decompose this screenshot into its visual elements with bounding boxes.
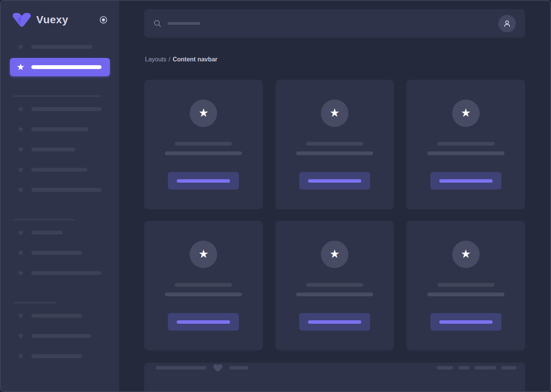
card-subtitle-bar [296, 292, 373, 296]
menu-item-label-bar [31, 127, 89, 131]
card-title-bar [306, 283, 363, 287]
sidebar-menu-item[interactable]: ★ [10, 227, 110, 238]
card-button[interactable] [430, 172, 501, 190]
menu-item-label-bar [31, 231, 63, 235]
star-icon: ★ [16, 228, 25, 237]
menu-item-label-bar [31, 314, 82, 318]
sidebar-menu-item[interactable]: ★ [10, 144, 110, 155]
footer-placeholder-bar [458, 366, 469, 370]
card-subtitle-bar [427, 292, 504, 296]
star-icon: ★ [16, 145, 25, 154]
footer-placeholder-bar [475, 366, 496, 370]
star-icon: ★ [16, 125, 25, 133]
menu-group-header-bar [13, 95, 102, 97]
footer-placeholder-bar [501, 366, 517, 370]
card-button[interactable] [168, 313, 239, 331]
search-icon[interactable] [153, 19, 162, 28]
menu-item-label-bar [31, 107, 102, 111]
menu-group-header-bar [13, 219, 75, 220]
menu-item-label-bar [31, 334, 92, 338]
star-icon: ★ [16, 312, 25, 320]
star-icon: ★ [16, 63, 25, 72]
footer-placeholder-bar [437, 366, 453, 370]
sidebar-menu-item[interactable]: ★ [10, 42, 110, 52]
card-button-label-bar [439, 179, 493, 183]
vuexy-logo-icon [12, 13, 31, 27]
heart-icon[interactable] [213, 363, 223, 372]
card-button-label-bar [308, 320, 361, 324]
main-content: Layouts/Content navbar ★ ★ ★ [119, 1, 550, 391]
star-icon: ★ [16, 352, 25, 360]
sidebar-menu-item[interactable]: ★ [10, 351, 110, 361]
card-avatar-circle: ★ [190, 100, 217, 127]
breadcrumb-parent[interactable]: Layouts [145, 56, 166, 63]
footer-card [144, 363, 525, 392]
menu-group: ★★★★★ [10, 95, 110, 195]
radio-circle-icon[interactable] [99, 16, 108, 24]
card-button[interactable] [299, 172, 370, 190]
app-window: Vuexy ★★★★★★★★★★★★★ [0, 0, 551, 392]
sidebar-menu-item[interactable]: ★ [10, 164, 110, 175]
sidebar-menu-item[interactable]: ★ [10, 104, 110, 114]
footer-placeholder-bar [156, 366, 206, 370]
card-title-bar [175, 283, 232, 287]
star-icon: ★ [198, 248, 209, 261]
card-title-bar [306, 142, 363, 146]
cards-grid: ★ ★ ★ ★ [144, 80, 525, 350]
top-navbar [144, 9, 525, 38]
menu-group: ★★★ [10, 302, 110, 361]
menu-group: ★★★ [10, 219, 110, 278]
breadcrumb-separator: / [169, 56, 170, 63]
star-card: ★ [276, 80, 394, 209]
sidebar-menu-item[interactable]: ★ [10, 310, 110, 321]
sidebar-menu-item-active[interactable]: ★ [10, 58, 110, 76]
star-card: ★ [406, 80, 525, 209]
sidebar-menu-item[interactable]: ★ [10, 185, 110, 195]
menu-group-header-bar [13, 302, 56, 304]
card-button-label-bar [177, 179, 230, 183]
card-avatar-circle: ★ [452, 241, 480, 268]
card-avatar-circle: ★ [321, 100, 348, 127]
star-card: ★ [406, 221, 525, 350]
sidebar-menu-item[interactable]: ★ [10, 331, 110, 341]
star-card: ★ [144, 221, 263, 350]
card-button-label-bar [308, 179, 361, 183]
card-title-bar [175, 142, 232, 146]
star-icon: ★ [16, 332, 25, 340]
menu-item-label-bar [31, 148, 76, 151]
star-icon: ★ [330, 107, 340, 120]
sidebar-menu-item[interactable]: ★ [10, 247, 110, 258]
card-button[interactable] [299, 313, 370, 331]
menu-group: ★★ [10, 42, 110, 76]
card-button-label-bar [439, 320, 493, 324]
star-icon: ★ [16, 165, 25, 174]
search-input-placeholder[interactable] [168, 22, 200, 25]
sidebar-header: Vuexy [1, 1, 119, 39]
star-card: ★ [276, 221, 394, 350]
menu-item-label-bar [31, 271, 102, 275]
card-subtitle-bar [427, 151, 504, 155]
user-avatar[interactable] [498, 15, 516, 32]
sidebar-menu-item[interactable]: ★ [10, 124, 110, 135]
card-title-bar [437, 142, 495, 146]
card-button-label-bar [177, 320, 230, 324]
card-avatar-circle: ★ [321, 241, 348, 268]
star-icon: ★ [16, 105, 25, 113]
footer-placeholder-bar [229, 366, 248, 370]
menu-item-label-bar [31, 251, 82, 255]
breadcrumb-current: Content navbar [173, 56, 218, 63]
star-icon: ★ [330, 248, 340, 261]
star-icon: ★ [198, 107, 209, 120]
card-button[interactable] [430, 313, 501, 331]
sidebar-menu-item[interactable]: ★ [10, 268, 110, 278]
footer-row [144, 363, 525, 373]
card-title-bar [437, 283, 495, 287]
menu-item-label-bar [31, 168, 87, 172]
brand-title: Vuexy [36, 14, 68, 26]
card-button[interactable] [168, 172, 239, 190]
card-subtitle-bar [165, 151, 242, 155]
card-avatar-circle: ★ [190, 241, 217, 268]
card-subtitle-bar [165, 292, 242, 296]
star-icon: ★ [16, 43, 25, 51]
menu-item-label-bar [31, 45, 92, 49]
